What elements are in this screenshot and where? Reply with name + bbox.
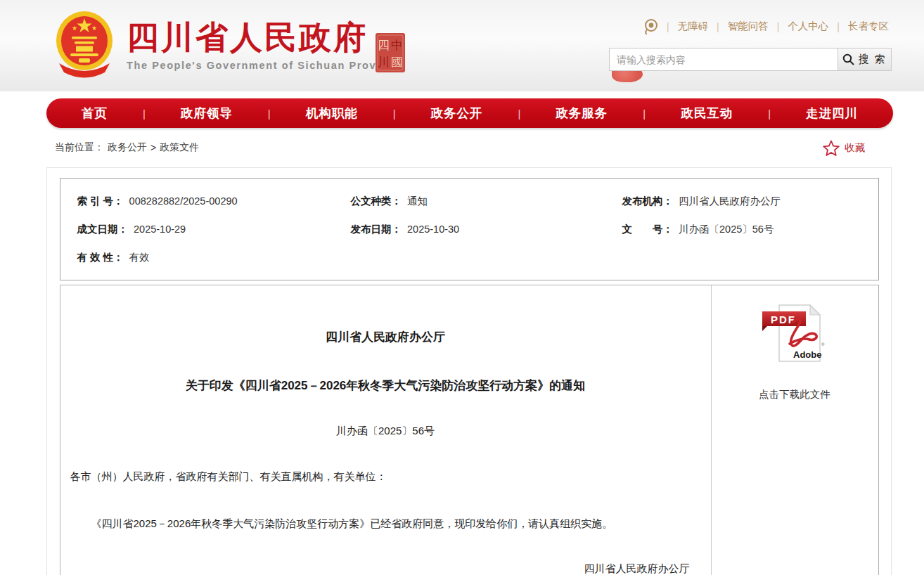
national-emblem-icon: ★ ★ [55, 8, 114, 84]
link-personal-center[interactable]: 个人中心 [788, 20, 828, 33]
nav-separator: | [268, 108, 271, 119]
favorite-label: 收藏 [845, 141, 865, 155]
nav-item-gov-services[interactable]: 政务服务 [556, 105, 608, 122]
link-separator: | [667, 21, 669, 32]
site-header: ★ ★ 四川省人民政府 The People's Government of S… [0, 0, 924, 91]
link-senior-zone[interactable]: 长者专区 [848, 20, 889, 33]
link-accessibility[interactable]: 无障碍 [678, 20, 709, 33]
download-file-label: 点击下载此文件 [759, 388, 830, 401]
sichuan-seal-icon: 四 中 川 國 [375, 32, 406, 76]
meta-index: 索 引 号：008282882/2025-00290 [77, 187, 351, 215]
breadcrumb-item-gov-info[interactable]: 政务公开 [108, 141, 147, 154]
top-utility-links: | 无障碍 | 智能问答 | 个人中心 | 长者专区 [643, 18, 889, 34]
nav-separator: | [518, 108, 520, 119]
breadcrumb-item-policy-docs[interactable]: 政策文件 [160, 141, 199, 154]
link-separator: | [777, 21, 780, 32]
search-button[interactable]: 搜 索 [838, 49, 891, 70]
breadcrumb-label: 当前位置： [55, 141, 104, 154]
pdf-file-icon: PDF Adobe ® [761, 302, 828, 368]
meta-row: 有 效 性：有效 [77, 243, 878, 271]
nav-item-org-functions[interactable]: 机构职能 [306, 105, 358, 122]
favorite-button[interactable]: 收藏 [823, 140, 865, 156]
download-sidebar: PDF Adobe ® 点击下载此文件 [711, 285, 878, 575]
svg-text:中: 中 [391, 39, 403, 52]
meta-row: 索 引 号：008282882/2025-00290 公文种类：通知 发布机构：… [77, 187, 878, 215]
meta-doc-number: 文 号：川办函〔2025〕56号 [622, 215, 878, 243]
main-nav: 首页 | 政府领导 | 机构职能 | 政务公开 | 政务服务 | 政民互动 | … [46, 98, 893, 128]
meta-issuer: 发布机构：四川省人民政府办公厅 [622, 187, 878, 215]
site-logo[interactable]: ★ ★ 四川省人民政府 The People's Government of S… [55, 8, 402, 84]
nav-separator: | [768, 108, 771, 119]
content-panel: 索 引 号：008282882/2025-00290 公文种类：通知 发布机构：… [46, 167, 892, 575]
document-number: 川办函〔2025〕56号 [70, 425, 701, 438]
svg-text:國: 國 [391, 56, 403, 69]
breadcrumb-separator: > [150, 142, 156, 153]
document-title: 关于印发《四川省2025－2026年秋冬季大气污染防治攻坚行动方案》的通知 [70, 377, 701, 394]
svg-text:四: 四 [378, 39, 390, 52]
link-separator: | [717, 21, 719, 32]
site-subtitle: The People's Government of Sichuan Provi… [127, 60, 402, 71]
search-bar: 搜 索 [609, 48, 892, 71]
star-icon [823, 140, 840, 156]
svg-text:PDF: PDF [771, 314, 796, 325]
search-button-label: 搜 索 [858, 53, 886, 66]
search-input[interactable] [610, 49, 838, 70]
svg-text:Adobe: Adobe [793, 349, 821, 360]
search-icon [842, 53, 854, 65]
document-meta-box: 索 引 号：008282882/2025-00290 公文种类：通知 发布机构：… [60, 178, 879, 280]
document-signature: 四川省人民政府办公厅 [70, 562, 701, 575]
document-paragraph: 《四川省2025－2026年秋冬季大气污染防治攻坚行动方案》已经省政府同意，现印… [70, 515, 701, 533]
svg-text:川: 川 [378, 56, 390, 69]
nav-separator: | [143, 108, 146, 119]
site-title: 四川省人民政府 [127, 20, 402, 56]
document-box: 四川省人民政府办公厅 关于印发《四川省2025－2026年秋冬季大气污染防治攻坚… [60, 285, 879, 575]
nav-item-interaction[interactable]: 政民互动 [681, 105, 733, 122]
site-title-block: 四川省人民政府 The People's Government of Sichu… [127, 8, 402, 71]
link-separator: | [837, 21, 840, 32]
nav-item-about-sichuan[interactable]: 走进四川 [806, 105, 858, 122]
meta-publish-date: 发布日期：2025-10-30 [351, 215, 622, 243]
nav-item-gov-info[interactable]: 政务公开 [431, 105, 483, 122]
meta-validity: 有 效 性：有效 [77, 243, 351, 271]
breadcrumb-row: 当前位置： 政务公开 > 政策文件 收藏 [0, 128, 924, 167]
svg-text:®: ® [821, 342, 825, 347]
meta-row: 成文日期：2025-10-29 发布日期：2025-10-30 文 号：川办函〔… [77, 215, 878, 243]
svg-text:★: ★ [72, 25, 77, 32]
document-salutation: 各市（州）人民政府，省政府有关部门、有关直属机构，有关单位： [70, 470, 701, 484]
link-smart-qa[interactable]: 智能问答 [728, 20, 769, 33]
document-body: 四川省人民政府办公厅 关于印发《四川省2025－2026年秋冬季大气污染防治攻坚… [60, 285, 711, 575]
nav-item-home[interactable]: 首页 [82, 105, 108, 122]
nav-separator: | [643, 108, 646, 119]
document-issuing-org: 四川省人民政府办公厅 [70, 329, 701, 345]
voice-reader-icon[interactable] [643, 18, 658, 34]
meta-doc-type: 公文种类：通知 [351, 187, 622, 215]
breadcrumb: 当前位置： 政务公开 > 政策文件 [55, 141, 199, 154]
nav-separator: | [393, 108, 396, 119]
meta-written-date: 成文日期：2025-10-29 [77, 215, 351, 243]
nav-item-gov-leaders[interactable]: 政府领导 [181, 105, 233, 122]
pdf-download-link[interactable]: PDF Adobe ® 点击下载此文件 [759, 302, 830, 401]
svg-text:★: ★ [91, 25, 97, 32]
